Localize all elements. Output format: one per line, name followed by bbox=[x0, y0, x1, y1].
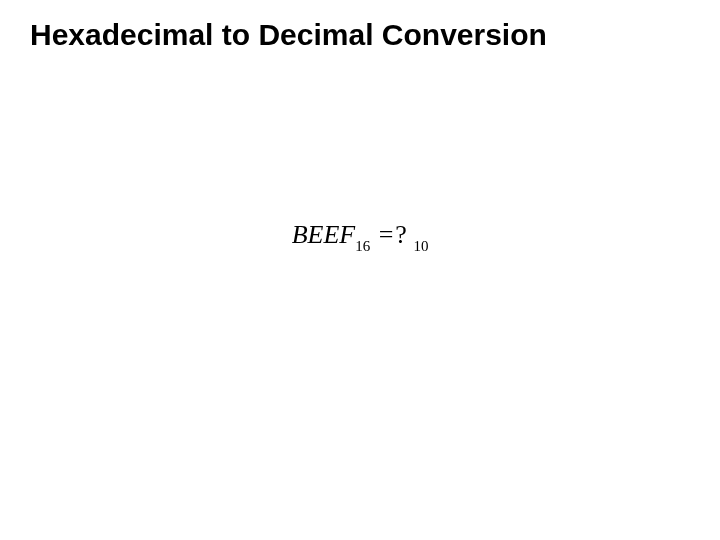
page-title: Hexadecimal to Decimal Conversion bbox=[30, 18, 547, 52]
lhs-value: BEEF bbox=[292, 220, 356, 249]
conversion-equation: BEEF16 =? 10 bbox=[0, 220, 720, 253]
equals-sign: = bbox=[372, 220, 393, 249]
rhs-value: ? bbox=[395, 220, 407, 249]
lhs-base: 16 bbox=[355, 238, 370, 254]
rhs-base: 10 bbox=[413, 238, 428, 254]
